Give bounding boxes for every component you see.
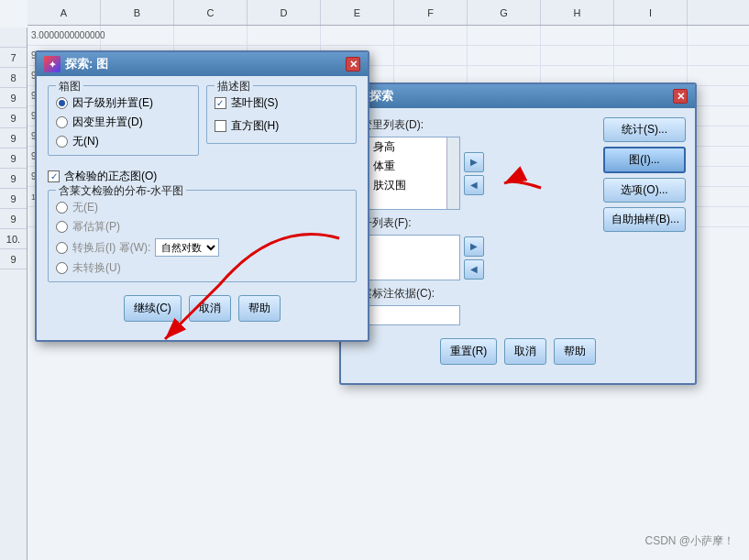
main-title-text: 探索 — [369, 88, 393, 104]
col-h: H — [541, 0, 614, 25]
sub-dialog-body: 箱图 因子级别并置(E) 因变里并置(D) 无(N) — [37, 76, 368, 340]
var-list-label: 因变里列表(D): — [350, 117, 596, 133]
boxplot-group: 箱图 因子级别并置(E) 因变里并置(D) 无(N) — [48, 85, 199, 163]
factor-transfer-left-button[interactable]: ◀ — [464, 259, 484, 280]
col-c: C — [174, 0, 248, 25]
help-button[interactable]: 帮助 — [554, 338, 596, 365]
main-bottom-buttons: 重置(R) 取消 帮助 — [350, 331, 686, 374]
plot-button[interactable]: 图(I)... — [603, 147, 686, 173]
options-button[interactable]: 选项(O)... — [603, 178, 686, 203]
radio-levene-transform[interactable] — [56, 242, 68, 254]
explore-main-dialog: ✦ 探索 ✕ 因变里列表(D): ▦ 身高 ▦ 体重 — [339, 82, 697, 385]
transfer-buttons: ▶ ◀ — [464, 152, 484, 195]
var-list-scrollbar[interactable] — [446, 137, 459, 209]
watermark: CSDN @小萨摩！ — [644, 533, 734, 549]
levene-label-3: 转换后(I) 幂(W): — [72, 240, 150, 256]
normality-label: 含检验的正态图(O) — [64, 169, 157, 184]
boxplot-group-title: 箱图 — [56, 79, 83, 94]
levene-option-1[interactable]: 无(E) — [56, 200, 348, 215]
describe-option-1[interactable]: ✓ 茎叶图(S) — [215, 95, 349, 111]
col-a: A — [28, 0, 101, 25]
radio-levene-power[interactable] — [56, 221, 68, 233]
boxplot-option-2[interactable]: 因变里并置(D) — [56, 115, 191, 130]
sub-bottom-buttons: 继续(C) 取消 帮助 — [48, 288, 357, 331]
describe-group-title: 描述图 — [215, 79, 253, 94]
boxplot-option-3[interactable]: 无(N) — [56, 134, 191, 149]
var-label-tizhong: 体重 — [373, 159, 395, 174]
var-list-row: ▦ 身高 ▦ 体重 ▦ 肤汉围 ▶ — [350, 137, 596, 210]
main-dialog-body: 因变里列表(D): ▦ 身高 ▦ 体重 ▦ 肤汉围 — [341, 108, 695, 383]
bootstrap-button[interactable]: 自助抽样(B)... — [603, 207, 686, 232]
transfer-right-button[interactable]: ▶ — [464, 152, 484, 172]
describe-label-2: 直方图(H) — [231, 118, 280, 134]
levene-group-box: 含莱文检验的分布-水平图 无(E) 幂估算(P) 转换后(I) 幂(W): 自然… — [48, 190, 357, 282]
boxplot-radio-group: 因子级别并置(E) 因变里并置(D) 无(N) — [56, 95, 191, 149]
col-d: D — [248, 0, 321, 25]
column-header: A B C D E F G H I — [28, 0, 749, 26]
top-groups: 箱图 因子级别并置(E) 因变里并置(D) 无(N) — [48, 85, 357, 163]
levene-label-4: 未转换(U) — [72, 260, 121, 276]
levene-radio-group: 无(E) 幂估算(P) 转换后(I) 幂(W): 自然对数 — [56, 200, 348, 276]
transfer-left-button[interactable]: ◀ — [464, 175, 484, 195]
boxplot-label-3: 无(N) — [72, 134, 99, 149]
col-b: B — [101, 0, 174, 25]
radio-levene-none[interactable] — [56, 202, 68, 214]
factor-transfer-right-button[interactable]: ▶ — [464, 236, 484, 257]
checkbox-histogram[interactable] — [215, 120, 226, 132]
levene-option-2[interactable]: 幂估算(P) — [56, 219, 348, 235]
main-right-panel: 统计(S)... 图(I)... 选项(O)... 自助抽样(B)... — [603, 117, 686, 331]
sub-dialog-titlebar: ✦ 探索: 图 ✕ — [37, 52, 368, 76]
sub-help-button[interactable]: 帮助 — [238, 295, 281, 322]
sub-cancel-button[interactable]: 取消 — [189, 295, 231, 322]
case-label-row — [350, 305, 596, 325]
cancel-button[interactable]: 取消 — [504, 338, 546, 365]
describe-group-box: 描述图 ✓ 茎叶图(S) 直方图(H) — [206, 85, 358, 144]
sub-title-text: 探索: 图 — [65, 56, 108, 72]
boxplot-label-1: 因子级别并置(E) — [72, 95, 153, 111]
col-e: E — [321, 0, 394, 25]
boxplot-option-1[interactable]: 因子级别并置(E) — [56, 95, 191, 111]
col-g: G — [468, 0, 541, 25]
row-numbers: 7 8 9 9 9 9 9 9 9 10. 9 — [0, 27, 28, 560]
radio-boxplot-none[interactable] — [56, 136, 68, 148]
main-dialog-titlebar: ✦ 探索 ✕ — [341, 84, 695, 108]
factor-list-row: ▶ ◀ — [350, 235, 596, 280]
levene-option-3[interactable]: 转换后(I) 幂(W): 自然对数 — [56, 238, 348, 257]
levene-transform-row: 转换后(I) 幂(W): 自然对数 — [56, 238, 219, 257]
stats-button[interactable]: 统计(S)... — [603, 117, 686, 142]
boxplot-group-box: 箱图 因子级别并置(E) 因变里并置(D) 无(N) — [48, 85, 199, 156]
col-f: F — [394, 0, 468, 25]
col-i: I — [614, 0, 688, 25]
sub-title-icon: ✦ — [44, 56, 61, 72]
var-label-shengao: 身高 — [373, 139, 395, 155]
sub-close-button[interactable]: ✕ — [346, 57, 360, 71]
describe-group: 描述图 ✓ 茎叶图(S) 直方图(H) — [206, 85, 358, 163]
describe-option-2[interactable]: 直方图(H) — [215, 118, 349, 134]
describe-options: ✓ 茎叶图(S) 直方图(H) — [215, 95, 349, 137]
explore-plot-dialog: ✦ 探索: 图 ✕ 箱图 因子级别并置(E) 因变里并置(D) — [35, 50, 369, 342]
boxplot-label-2: 因变里并置(D) — [72, 115, 143, 130]
levene-power-select[interactable]: 自然对数 — [155, 238, 219, 257]
levene-label-2: 幂估算(P) — [72, 219, 120, 235]
var-label-fuwei: 肤汉围 — [373, 178, 406, 193]
main-close-button[interactable]: ✕ — [673, 89, 688, 104]
levene-option-4[interactable]: 未转换(U) — [56, 260, 348, 276]
levene-label-1: 无(E) — [72, 200, 98, 215]
factor-transfer-buttons: ▶ ◀ — [464, 236, 484, 280]
main-dialog-content: 因变里列表(D): ▦ 身高 ▦ 体重 ▦ 肤汉围 — [350, 117, 686, 331]
radio-boxplot-var[interactable] — [56, 116, 68, 128]
factor-list-label: 因子列表(F): — [350, 215, 596, 231]
main-left-panel: 因变里列表(D): ▦ 身高 ▦ 体重 ▦ 肤汉围 — [350, 117, 596, 331]
levene-group-title: 含莱文检验的分布-水平图 — [56, 183, 186, 199]
radio-levene-untransformed[interactable] — [56, 262, 68, 274]
normality-row[interactable]: ✓ 含检验的正态图(O) — [48, 169, 357, 184]
reset-button[interactable]: 重置(R) — [440, 338, 498, 365]
continue-button[interactable]: 继续(C) — [124, 295, 182, 322]
table-row: 3.0000000000000 — [28, 26, 749, 46]
describe-label-1: 茎叶图(S) — [231, 95, 279, 111]
checkbox-stem[interactable]: ✓ — [215, 97, 226, 109]
sub-title-area: ✦ 探索: 图 — [44, 56, 108, 72]
case-label: 个案标注依据(C): — [350, 286, 596, 302]
checkbox-normality[interactable]: ✓ — [48, 170, 60, 182]
radio-boxplot-factor[interactable] — [56, 97, 68, 109]
